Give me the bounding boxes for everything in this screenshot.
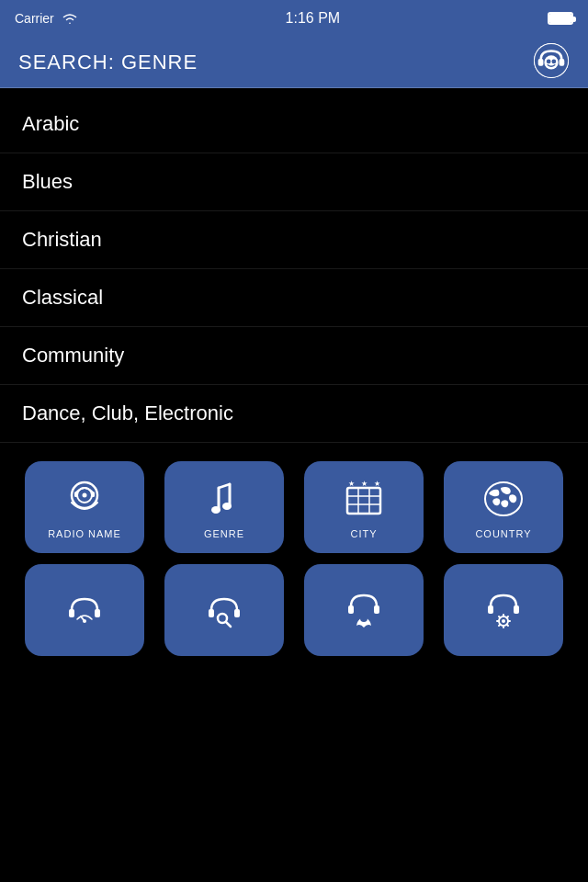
list-item[interactable]: Dance, Club, Electronic bbox=[0, 385, 588, 443]
search-button[interactable] bbox=[164, 564, 284, 656]
genre-list: Arabic Blues Christian Classical Communi… bbox=[0, 88, 588, 450]
genre-label: GENRE bbox=[204, 528, 244, 539]
list-item[interactable]: Arabic bbox=[0, 96, 588, 153]
svg-line-44 bbox=[507, 625, 509, 627]
svg-rect-11 bbox=[74, 492, 78, 497]
nav-row-2 bbox=[15, 564, 573, 656]
svg-line-46 bbox=[499, 625, 501, 627]
location-headphones-icon bbox=[340, 586, 388, 634]
svg-rect-24 bbox=[69, 609, 74, 617]
svg-text:★: ★ bbox=[361, 480, 368, 488]
svg-point-6 bbox=[547, 59, 551, 63]
svg-rect-29 bbox=[234, 609, 240, 617]
country-icon bbox=[480, 475, 527, 523]
bottom-navigation: RADIO NAME GENRE bbox=[0, 450, 588, 674]
headphones-mask-icon bbox=[533, 42, 570, 83]
svg-rect-36 bbox=[514, 605, 519, 614]
app-header: SEARCH: GENRE bbox=[0, 37, 588, 88]
list-item[interactable]: Blues bbox=[0, 153, 588, 211]
list-item[interactable]: Classical bbox=[0, 269, 588, 327]
status-bar: Carrier 1:16 PM bbox=[0, 0, 588, 37]
svg-point-38 bbox=[502, 619, 505, 623]
svg-point-10 bbox=[83, 493, 87, 498]
svg-rect-12 bbox=[91, 492, 95, 497]
settings-button[interactable] bbox=[444, 564, 563, 656]
city-icon: ★ ★ ★ bbox=[340, 475, 388, 523]
city-button[interactable]: ★ ★ ★ CITY bbox=[304, 461, 424, 553]
svg-point-34 bbox=[360, 615, 368, 622]
list-item[interactable]: Christian bbox=[0, 211, 588, 269]
svg-line-31 bbox=[226, 622, 231, 627]
svg-rect-15 bbox=[347, 488, 380, 514]
radio-name-button[interactable]: RADIO NAME bbox=[25, 461, 144, 553]
svg-rect-35 bbox=[488, 605, 493, 614]
svg-rect-25 bbox=[95, 609, 100, 617]
svg-point-14 bbox=[222, 503, 232, 510]
wifi-icon bbox=[62, 12, 78, 25]
svg-rect-28 bbox=[209, 609, 214, 617]
location-button[interactable] bbox=[304, 564, 424, 656]
genre-button[interactable]: GENRE bbox=[164, 461, 284, 553]
settings-headphones-icon bbox=[480, 586, 527, 634]
radio-name-icon bbox=[61, 475, 108, 523]
svg-rect-3 bbox=[538, 59, 544, 66]
genre-icon bbox=[200, 475, 248, 523]
carrier-label: Carrier bbox=[15, 11, 54, 26]
list-item[interactable]: Community bbox=[0, 327, 588, 385]
svg-text:★: ★ bbox=[348, 480, 355, 488]
radio-name-label: RADIO NAME bbox=[48, 528, 121, 539]
svg-point-5 bbox=[544, 55, 558, 69]
speedometer-icon bbox=[61, 586, 108, 634]
svg-rect-33 bbox=[374, 605, 379, 614]
country-label: COUNTRY bbox=[475, 528, 531, 539]
country-button[interactable]: COUNTRY bbox=[444, 461, 563, 553]
svg-point-7 bbox=[551, 59, 556, 63]
svg-text:★: ★ bbox=[374, 480, 380, 488]
time-label: 1:16 PM bbox=[286, 10, 341, 27]
page-title: SEARCH: GENRE bbox=[18, 51, 198, 74]
city-label: CITY bbox=[350, 528, 377, 539]
svg-rect-32 bbox=[348, 605, 354, 614]
svg-line-45 bbox=[507, 616, 509, 618]
search-headphones-icon bbox=[200, 586, 248, 634]
top-stations-button[interactable] bbox=[25, 564, 144, 656]
svg-line-43 bbox=[499, 616, 501, 618]
svg-rect-4 bbox=[560, 59, 565, 66]
svg-point-13 bbox=[211, 506, 220, 514]
battery-icon bbox=[548, 12, 573, 25]
svg-point-27 bbox=[83, 619, 86, 623]
nav-row-1: RADIO NAME GENRE bbox=[15, 461, 573, 553]
